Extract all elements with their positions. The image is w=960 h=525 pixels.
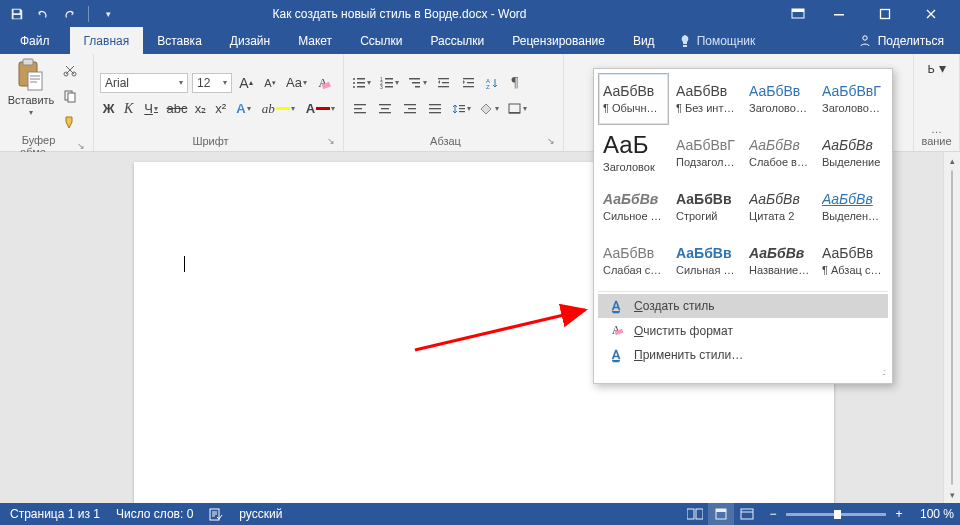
shrink-font-icon[interactable]: A▾ [260, 73, 280, 93]
view-read-mode-icon[interactable] [682, 503, 708, 525]
style-gallery-item[interactable]: АаБбВвСлабая с… [598, 235, 669, 287]
strikethrough-button[interactable]: abc [167, 99, 187, 119]
style-gallery-item[interactable]: АаБбВвВыделен… [817, 181, 888, 233]
style-gallery-item[interactable]: АаБЗаголовок [598, 127, 669, 179]
style-gallery-item[interactable]: АаБбВвСильная … [671, 235, 742, 287]
zoom-in-button[interactable]: + [892, 507, 906, 521]
tab-references[interactable]: Ссылки [346, 27, 416, 54]
superscript-button[interactable]: x² [214, 99, 227, 119]
zoom-slider[interactable] [786, 513, 886, 516]
increase-indent-button[interactable] [459, 73, 479, 93]
style-gallery-item[interactable]: АаБбВвВыделение [817, 127, 888, 179]
numbering-button[interactable]: 123▾ [378, 73, 401, 93]
style-gallery-item[interactable]: АаБбВвНазвание… [744, 235, 815, 287]
minimize-button[interactable] [816, 0, 862, 27]
style-gallery-item[interactable]: АаБбВвГЗаголово… [817, 73, 888, 125]
status-page[interactable]: Страница 1 из 1 [6, 507, 112, 521]
decrease-indent-button[interactable] [434, 73, 454, 93]
cut-icon[interactable] [60, 60, 80, 80]
line-spacing-button[interactable]: ▾ [450, 99, 473, 119]
menu-apply-styles[interactable]: A̲ Применить стили… [598, 343, 888, 367]
multilevel-list-button[interactable]: ▾ [406, 73, 429, 93]
underline-button[interactable]: Ч▾ [142, 99, 160, 119]
status-word-count[interactable]: Число слов: 0 [112, 507, 205, 521]
subscript-button[interactable]: x₂ [194, 99, 207, 119]
copy-icon[interactable] [60, 86, 80, 106]
undo-icon[interactable] [32, 3, 54, 25]
menu-create-style[interactable]: A̲ Создать стиль [598, 294, 888, 318]
justify-button[interactable] [425, 99, 445, 119]
svg-rect-39 [354, 112, 366, 113]
resize-grip-icon[interactable]: .: [598, 367, 888, 379]
tell-me-helper[interactable]: Помощник [669, 27, 766, 54]
view-print-layout-icon[interactable] [708, 503, 734, 525]
zoom-out-button[interactable]: − [766, 507, 780, 521]
sort-button[interactable]: AZ [484, 73, 500, 93]
font-size-combo[interactable]: 12 ▾ [192, 73, 232, 93]
style-gallery-item[interactable]: АаБбВвГПодзагол… [671, 127, 742, 179]
italic-button[interactable]: К [122, 99, 135, 119]
save-icon[interactable] [6, 3, 28, 25]
tab-design[interactable]: Дизайн [216, 27, 284, 54]
svg-rect-57 [687, 509, 694, 519]
scroll-thumb[interactable] [951, 170, 953, 485]
svg-rect-60 [716, 509, 726, 512]
style-gallery-item[interactable]: АаБбВв¶ Без инт… [671, 73, 742, 125]
align-right-button[interactable] [400, 99, 420, 119]
tab-file[interactable]: Файл [0, 27, 70, 54]
style-gallery-item[interactable]: АаБбВвСлабое в… [744, 127, 815, 179]
menu-clear-format[interactable]: A Очистить формат [598, 318, 888, 343]
style-gallery-item[interactable]: АаБбВвСильное … [598, 181, 669, 233]
svg-rect-41 [381, 108, 389, 109]
svg-rect-40 [379, 104, 391, 105]
align-center-button[interactable] [375, 99, 395, 119]
dialog-launcher-icon[interactable]: ↘ [327, 136, 337, 146]
clear-formatting-icon[interactable]: A [313, 73, 333, 93]
bullets-button[interactable]: ▾ [350, 73, 373, 93]
vertical-scrollbar[interactable]: ▴ ▾ [943, 152, 960, 503]
style-gallery-item[interactable]: АаБбВвСтрогий [671, 181, 742, 233]
view-web-layout-icon[interactable] [734, 503, 760, 525]
paste-label: Вставить [8, 94, 55, 106]
scroll-up-icon[interactable]: ▴ [944, 152, 960, 169]
tab-insert[interactable]: Вставка [143, 27, 216, 54]
tab-review[interactable]: Рецензирование [498, 27, 619, 54]
tab-mailings[interactable]: Рассылки [416, 27, 498, 54]
maximize-button[interactable] [862, 0, 908, 27]
qat-customize-icon[interactable]: ▾ [97, 3, 119, 25]
font-name-combo[interactable]: Arial ▾ [100, 73, 188, 93]
account-area[interactable] [680, 4, 780, 24]
dialog-launcher-icon[interactable]: ↘ [77, 141, 87, 151]
borders-button[interactable]: ▾ [506, 99, 529, 119]
tab-view[interactable]: Вид [619, 27, 669, 54]
close-button[interactable] [908, 0, 954, 27]
zoom-value[interactable]: 100 % [912, 507, 954, 521]
text-effects-button[interactable]: A▾ [234, 99, 252, 119]
dialog-launcher-icon[interactable]: ↘ [547, 136, 557, 146]
status-spellcheck-icon[interactable] [205, 507, 235, 521]
status-language[interactable]: русский [235, 507, 294, 521]
bold-button[interactable]: Ж [102, 99, 115, 119]
style-gallery-item[interactable]: АаБбВвЦитата 2 [744, 181, 815, 233]
font-color-button[interactable]: A▾ [304, 99, 337, 119]
highlight-color-button[interactable]: ab▾ [260, 99, 297, 119]
tab-layout[interactable]: Макет [284, 27, 346, 54]
svg-rect-43 [404, 104, 416, 105]
grow-font-icon[interactable]: A▴ [236, 73, 256, 93]
ribbon-display-options-icon[interactable] [780, 0, 816, 27]
format-painter-icon[interactable] [60, 112, 80, 132]
align-left-button[interactable] [350, 99, 370, 119]
style-gallery-item[interactable]: АаБбВв¶ Обычн… [598, 73, 669, 125]
redo-icon[interactable] [58, 3, 80, 25]
show-marks-button[interactable]: ¶ [505, 73, 525, 93]
editing-dropdown[interactable]: ь ▾ [920, 60, 953, 76]
svg-rect-46 [429, 104, 441, 105]
style-gallery-item[interactable]: АаБбВвЗаголово… [744, 73, 815, 125]
scroll-down-icon[interactable]: ▾ [944, 486, 960, 503]
shading-button[interactable]: ▾ [478, 99, 501, 119]
paste-splitbutton[interactable]: Вставить ▾ [6, 58, 56, 117]
style-gallery-item[interactable]: АаБбВв¶ Абзац с… [817, 235, 888, 287]
share-button[interactable]: Поделиться [842, 27, 960, 54]
tab-home[interactable]: Главная [70, 27, 144, 54]
change-case-button[interactable]: Aa▾ [284, 73, 309, 93]
